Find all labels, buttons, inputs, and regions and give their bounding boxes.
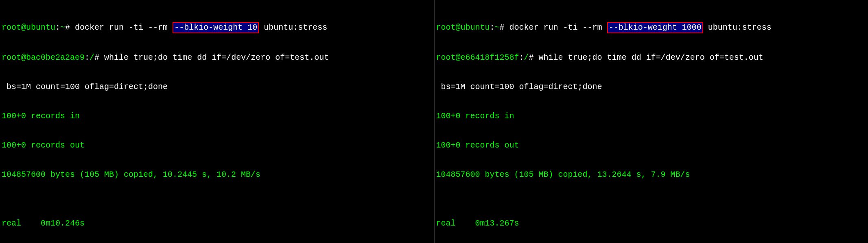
prompt-user: root@ubuntu <box>2 23 55 32</box>
terminal-right[interactable]: root@ubuntu:~# docker run -ti --rm --blk… <box>435 0 868 243</box>
prompt-path: ~ <box>60 23 65 32</box>
prompt-colon: : <box>490 23 495 32</box>
output-line: real 0m10.246s <box>2 219 432 228</box>
blkio-highlight: --blkio-weight 1000 <box>607 22 703 33</box>
output-line: 100+0 records in <box>2 111 432 121</box>
output-line: 104857600 bytes (105 MB) copied, 13.2644… <box>436 170 867 180</box>
prompt-path: ~ <box>495 23 500 32</box>
cmd-text-post: ubuntu:stress <box>259 23 327 32</box>
output-line: real 0m13.267s <box>436 219 867 228</box>
prompt-colon: : <box>85 53 90 62</box>
prompt-path: / <box>90 53 94 62</box>
blkio-highlight: --blkio-weight 10 <box>173 22 259 33</box>
cmd-line-2b: bs=1M count=100 oflag=direct;done <box>436 82 867 92</box>
cmd-text: while true;do time dd if=/dev/zero of=te… <box>539 53 763 62</box>
prompt-hash: # <box>94 53 104 62</box>
cmd-line-1: root@ubuntu:~# docker run -ti --rm --blk… <box>2 22 432 33</box>
prompt-hash: # <box>529 53 539 62</box>
cmd-text-post: ubuntu:stress <box>703 23 772 32</box>
output-line: 100+0 records out <box>2 141 432 150</box>
prompt-colon: : <box>519 53 524 62</box>
output-line: 100+0 records in <box>436 111 867 121</box>
prompt-colon: : <box>55 23 60 32</box>
prompt-path: / <box>524 53 529 62</box>
terminal-left[interactable]: root@ubuntu:~# docker run -ti --rm --blk… <box>0 0 435 243</box>
cmd-text-pre: docker run -ti --rm <box>509 23 607 32</box>
prompt-hash: # <box>500 23 509 32</box>
output-line: 100+0 records out <box>436 141 867 150</box>
cmd-text: while true;do time dd if=/dev/zero of=te… <box>104 53 329 62</box>
cmd-line-2: root@bac0be2a2ae9:/# while true;do time … <box>2 53 432 63</box>
prompt-user: root@e66418f1258f <box>436 53 519 62</box>
output-line: 104857600 bytes (105 MB) copied, 10.2445… <box>2 170 432 180</box>
prompt-hash: # <box>65 23 75 32</box>
cmd-line-1: root@ubuntu:~# docker run -ti --rm --blk… <box>436 22 867 33</box>
cmd-text-pre: docker run -ti --rm <box>75 23 173 32</box>
prompt-user: root@ubuntu <box>436 23 490 32</box>
cmd-line-2: root@e66418f1258f:/# while true;do time … <box>436 53 867 63</box>
cmd-line-2b: bs=1M count=100 oflag=direct;done <box>2 82 432 92</box>
prompt-user: root@bac0be2a2ae9 <box>2 53 85 62</box>
